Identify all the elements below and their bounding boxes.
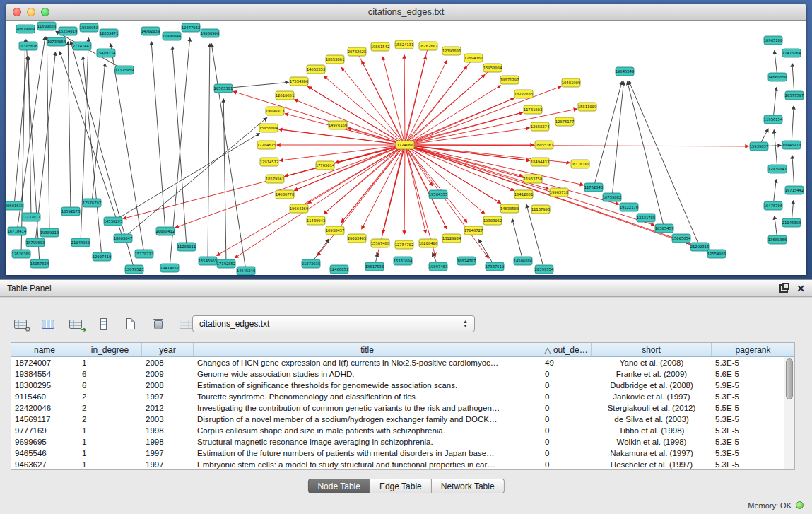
table-cell-short[interactable]: Yano et al. (2008) <box>592 358 712 367</box>
table-cell-out_degree[interactable]: 0 <box>541 404 592 412</box>
table-cell-title[interactable]: Genome-wide association studies in ADHD. <box>194 370 541 378</box>
graph-node[interactable]: 11731603 <box>524 105 543 114</box>
network-canvas[interactable]: 1605536112058274117316031822783510871297… <box>6 21 806 275</box>
graph-edge[interactable] <box>14 57 28 206</box>
graph-node[interactable]: 14668850 <box>768 73 787 81</box>
graph-node[interactable]: 12393801 <box>442 47 461 55</box>
graph-node[interactable]: 16116109 <box>571 160 590 168</box>
graph-node[interactable]: 18579561 <box>266 175 285 183</box>
graph-node[interactable]: 13680366 <box>768 235 787 244</box>
graph-edge[interactable] <box>123 118 266 238</box>
graph-node[interactable]: 15057824 <box>30 259 49 268</box>
table-cell-pagerank[interactable]: 5.3E-5 <box>712 392 794 401</box>
table-cell-short[interactable]: Nakamura et al. (1997) <box>592 449 712 457</box>
graph-node[interactable]: 19414837 <box>160 264 180 272</box>
row-tools-button[interactable] <box>93 315 114 333</box>
table-cell-name[interactable]: 19384554 <box>11 370 78 378</box>
table-cell-out_degree[interactable]: 49 <box>541 358 592 367</box>
graph-node[interactable]: 21146398 <box>782 218 801 227</box>
graph-node[interactable]: 14638588 <box>500 204 519 213</box>
graph-node[interactable]: 19645249 <box>616 67 635 76</box>
graph-node[interactable]: 17554300 <box>290 77 309 86</box>
graph-node[interactable]: 15254019 <box>59 27 78 35</box>
table-cell-in_degree[interactable]: 6 <box>78 370 142 378</box>
table-row[interactable]: 1456911722003Disruption of a novel membe… <box>11 414 794 425</box>
window-titlebar[interactable]: citations_edges.txt <box>6 4 806 21</box>
graph-node[interactable]: 14976160 <box>329 121 348 129</box>
table-cell-pagerank[interactable]: 5.3E-5 <box>712 449 794 457</box>
float-panel-icon[interactable] <box>779 284 788 293</box>
delete-column-button[interactable] <box>148 315 169 333</box>
graph-edge[interactable] <box>405 145 654 225</box>
graph-edge[interactable] <box>223 82 288 88</box>
table-cell-pagerank[interactable]: 5.3E-5 <box>712 415 794 424</box>
graph-node[interactable]: 12007410 <box>93 252 112 261</box>
graph-node[interactable]: 16938437 <box>326 226 345 235</box>
table-cell-name[interactable]: 18300295 <box>11 381 78 390</box>
graph-node[interactable]: 14702039 <box>141 27 160 35</box>
graph-node[interactable]: 15824131 <box>395 40 414 49</box>
column-header-pagerank[interactable]: pagerank <box>712 343 794 356</box>
scrollbar-thumb[interactable] <box>786 358 793 399</box>
table-cell-in_degree[interactable]: 2 <box>78 415 142 424</box>
table-cell-in_degree[interactable]: 1 <box>78 460 142 469</box>
graph-node[interactable]: 16262607 <box>419 42 438 50</box>
table-cell-year[interactable]: 1998 <box>142 426 194 435</box>
graph-edge[interactable] <box>68 42 71 211</box>
graph-node[interactable]: 16476706 <box>764 201 783 210</box>
table-cell-in_degree[interactable]: 1 <box>78 358 142 367</box>
close-panel-icon[interactable]: ✕ <box>796 284 805 293</box>
graph-node[interactable]: 12914512 <box>260 158 279 166</box>
graph-edge[interactable] <box>792 156 794 190</box>
graph-node[interactable]: 18227835 <box>514 90 534 98</box>
table-cell-pagerank[interactable]: 5.9E-5 <box>712 381 794 390</box>
graph-node[interactable]: 12466851 <box>330 265 349 274</box>
table-cell-title[interactable]: Disruption of a novel member of a sodium… <box>194 415 541 424</box>
graph-node[interactable]: 17192852 <box>217 259 236 268</box>
graph-node[interactable]: 11600883 <box>37 22 57 30</box>
graph-edge[interactable] <box>341 58 473 222</box>
graph-edge[interactable] <box>405 109 577 145</box>
graph-node[interactable]: 18305457 <box>655 224 674 233</box>
graph-node[interactable]: 21247447 <box>73 42 92 50</box>
graph-edge[interactable] <box>81 38 88 243</box>
graph-node[interactable]: 21044950 <box>71 238 90 247</box>
graph-node[interactable]: 11439943 <box>307 216 326 225</box>
graph-node[interactable]: 18385676 <box>19 42 38 50</box>
graph-node[interactable]: 12058274 <box>531 122 550 131</box>
table-cell-name[interactable]: 22420046 <box>11 404 78 412</box>
table-cell-in_degree[interactable]: 1 <box>78 449 142 457</box>
graph-node[interactable]: 17475164 <box>782 49 801 57</box>
table-cell-year[interactable]: 1997 <box>142 392 194 401</box>
graph-node[interactable]: 15005654 <box>672 234 691 243</box>
table-row[interactable]: 1830029562008Estimation of significance … <box>11 380 794 391</box>
graph-node[interactable]: 11137993 <box>531 205 551 214</box>
graph-edge[interactable] <box>773 88 777 119</box>
column-header-title[interactable]: title <box>194 343 541 356</box>
graph-edge[interactable] <box>172 47 187 247</box>
graph-node[interactable]: 11956154 <box>764 115 783 124</box>
graph-node[interactable]: 13129934 <box>442 234 461 243</box>
table-cell-title[interactable]: Estimation of significance thresholds fo… <box>194 381 541 390</box>
graph-node[interactable]: 19389013 <box>40 228 59 237</box>
graph-node[interactable]: 10871297 <box>500 76 519 84</box>
table-cell-short[interactable]: Jankovic et al. (1997) <box>592 392 712 401</box>
table-cell-title[interactable]: Estimation of the future numbers of pati… <box>194 449 541 457</box>
table-cell-pagerank[interactable]: 5.3E-5 <box>712 438 794 446</box>
graph-edge[interactable] <box>405 128 529 145</box>
graph-edge[interactable] <box>792 64 794 95</box>
graph-edge[interactable] <box>47 37 49 233</box>
graph-node[interactable]: 15367488 <box>371 239 390 247</box>
table-row[interactable]: 911546021997Tourette syndrome. Phenomeno… <box>11 391 794 402</box>
table-cell-short[interactable]: de Silva et al. (2003) <box>592 415 712 424</box>
table-cell-pagerank[interactable]: 5.3E-5 <box>712 358 794 367</box>
table-cell-short[interactable]: Tibbo et al. (1998) <box>592 426 712 435</box>
graph-node[interactable]: 13679523 <box>125 265 144 274</box>
graph-node[interactable]: 13331785 <box>637 214 656 222</box>
graph-node[interactable]: 16710414 <box>8 227 27 235</box>
graph-node[interactable]: 12554083 <box>707 250 726 258</box>
table-row[interactable]: 946554611997Estimation of the future num… <box>11 448 794 459</box>
table-cell-short[interactable]: Stergiakouli et al. (2012) <box>592 404 712 412</box>
table-cell-name[interactable]: 9699695 <box>11 438 78 446</box>
vertical-scrollbar[interactable] <box>784 357 794 469</box>
